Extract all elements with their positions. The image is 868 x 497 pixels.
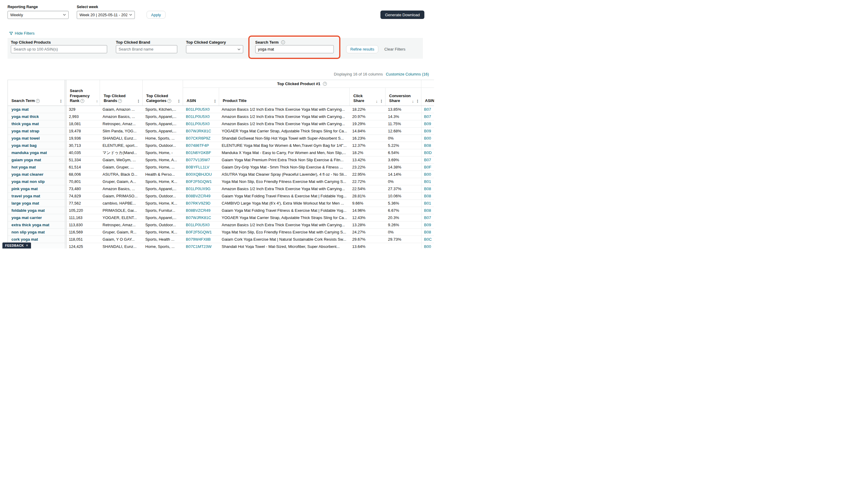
asin-2-link[interactable]: B00 [421, 135, 434, 142]
top-clicked-brand-input[interactable] [116, 45, 177, 53]
search-term-cell[interactable]: extra thick yoga mat [8, 222, 65, 228]
refine-results-button[interactable]: Refine results [346, 45, 378, 53]
sort-descending-icon[interactable] [376, 99, 378, 103]
column-header-search-term[interactable]: Search Term [8, 80, 65, 105]
clear-filters-link[interactable]: Clear Filters [384, 47, 405, 52]
customize-columns-link[interactable]: Customize Columns (16) [386, 72, 429, 76]
column-header-product-title[interactable]: Product Title [219, 88, 349, 105]
search-term-cell[interactable]: yoga mat cleaner [8, 171, 65, 178]
asin-2-link[interactable]: B09 [421, 222, 434, 228]
column-header-asin[interactable]: ASIN [183, 88, 219, 105]
column-menu-icon[interactable] [379, 99, 383, 103]
search-term-input[interactable] [255, 45, 334, 53]
asin-2-link[interactable]: B07 [421, 214, 434, 221]
search-term-cell[interactable]: hot yoga mat [8, 164, 65, 171]
top-clicked-category-select[interactable] [186, 45, 243, 53]
feedback-badge[interactable]: FEEDBACK × [2, 242, 31, 248]
asin-link[interactable]: B07486TF4P [184, 142, 220, 149]
asin-link[interactable]: B0F2F5GQW1 [184, 178, 220, 185]
search-term-cell[interactable]: non slip yoga mat [8, 229, 65, 236]
asin-link[interactable]: B01LP0UX9G [184, 185, 220, 192]
search-term-cell[interactable]: yoga mat bag [8, 142, 65, 149]
column-menu-icon[interactable] [137, 99, 141, 103]
asin-2-link[interactable]: B09 [421, 120, 434, 127]
asin-link[interactable]: B01LP0U5X0 [184, 106, 220, 113]
asin-2-link[interactable]: B0D [421, 149, 434, 156]
search-term-cell[interactable]: large yoga mat [8, 200, 65, 207]
asin-link[interactable]: B08BVZCR49 [184, 193, 220, 199]
asin-link[interactable]: B0BYFLL1LV [184, 164, 220, 171]
asin-2-link[interactable]: B00 [421, 171, 434, 178]
generate-download-button[interactable]: Generate Download [380, 11, 424, 19]
asin-2-link[interactable]: B0F [421, 164, 434, 171]
apply-button[interactable]: Apply [146, 11, 166, 19]
asin-link[interactable]: B07WJRK81C [184, 128, 220, 134]
asin-2-link[interactable]: B07 [421, 156, 434, 164]
column-menu-icon[interactable] [59, 99, 63, 103]
search-term-cell[interactable]: travel yoga mat [8, 193, 65, 199]
help-icon[interactable] [80, 99, 84, 103]
asin-link[interactable]: B01LP0U5X0 [184, 113, 220, 120]
search-term-cell[interactable]: yoga mat strap [8, 128, 65, 134]
help-icon[interactable] [118, 99, 122, 103]
asin-2-link[interactable]: B08 [421, 229, 434, 236]
search-term-cell[interactable]: pink yoga mat [8, 185, 65, 192]
hide-filters-toggle[interactable]: Hide Filters [9, 31, 34, 36]
asin-2-link[interactable]: B01 [421, 200, 434, 207]
search-term-cell[interactable]: manduka yoga mat [8, 149, 65, 156]
help-icon[interactable] [36, 99, 40, 103]
asin-link[interactable]: B00XQBHJOU [184, 171, 220, 178]
asin-2-link[interactable]: B07 [421, 113, 434, 120]
search-term-cell[interactable]: yoga mat carrier [8, 214, 65, 221]
asin-2-link[interactable]: B08 [421, 193, 434, 199]
asin-link[interactable]: B01N6YGKBF [184, 149, 220, 156]
asin-2-link[interactable]: B0C [421, 236, 434, 243]
search-term-cell[interactable]: yoga mat non slip [8, 178, 65, 185]
help-icon[interactable] [167, 99, 171, 103]
search-term-cell[interactable]: yoga mat thick [8, 113, 65, 120]
search-term-cell[interactable]: cork yoga mat [8, 236, 65, 243]
asin-2-link[interactable]: B09 [421, 128, 434, 134]
asin-link[interactable]: B07C1MT23W [184, 243, 220, 248]
asin-2-link[interactable]: B08 [421, 142, 434, 149]
search-term-cell[interactable]: yoga mat [8, 106, 65, 113]
column-header-search-frequency-rank[interactable]: Search Frequency Rank [66, 80, 100, 105]
search-term-cell[interactable]: gaiam yoga mat [8, 156, 65, 164]
asin-2-link[interactable]: B08 [421, 207, 434, 214]
asin-link[interactable]: B08BVZCR49 [184, 207, 220, 214]
close-icon[interactable]: × [26, 243, 28, 247]
sort-ascending-icon[interactable] [96, 99, 98, 103]
asin-link[interactable]: B0F2F5GQW1 [184, 229, 220, 236]
asin-2-link[interactable]: B00 [421, 243, 434, 248]
product-title-cell: Gaiam Yoga Mat Folding Travel Fitness & … [220, 207, 350, 214]
top-clicked-products-input[interactable] [11, 45, 107, 53]
sort-descending-icon[interactable] [412, 99, 414, 103]
asin-link[interactable]: B07WJRK81C [184, 214, 220, 221]
asin-2-link[interactable]: B01 [421, 178, 434, 185]
select-week-dropdown[interactable]: Week 20 | 2025-05-11 - 2025 [77, 11, 135, 19]
click-share-cell: 12.43% [350, 214, 386, 221]
column-header-top-clicked-categories[interactable]: Top Clicked Categories [142, 80, 183, 105]
asin-link[interactable]: B01LP0U5X0 [184, 120, 220, 127]
help-icon[interactable] [323, 82, 327, 86]
table-row: yoga mat carrier 111,163 YOGAER, ELENT..… [8, 214, 434, 222]
search-term-cell[interactable]: foldable yoga mat [8, 207, 65, 214]
asin-link[interactable]: B079W4FX8B [184, 236, 220, 243]
column-header-top-clicked-brands[interactable]: Top Clicked Brands [100, 80, 142, 105]
column-header-asin-2[interactable]: ASIN [421, 88, 434, 105]
column-menu-icon[interactable] [177, 99, 181, 103]
asin-link[interactable]: B01LP0U5X0 [184, 222, 220, 228]
asin-link[interactable]: B07RKV9Z9D [184, 200, 220, 207]
asin-2-link[interactable]: B08 [421, 185, 434, 192]
search-term-cell[interactable]: thick yoga mat [8, 120, 65, 127]
column-header-click-share[interactable]: Click Share [349, 88, 385, 105]
column-menu-icon[interactable] [416, 99, 420, 103]
reporting-range-select[interactable]: Weekly [8, 11, 69, 19]
search-term-cell[interactable]: yoga mat towel [8, 135, 65, 142]
column-menu-icon[interactable] [213, 99, 217, 103]
info-icon[interactable] [281, 40, 285, 44]
asin-link[interactable]: B077V135W7 [184, 156, 220, 164]
asin-link[interactable]: B07CKR6P9Z [184, 135, 220, 142]
column-header-conversion-share[interactable]: Conversion Share [385, 88, 421, 105]
asin-2-link[interactable]: B07 [421, 106, 434, 113]
